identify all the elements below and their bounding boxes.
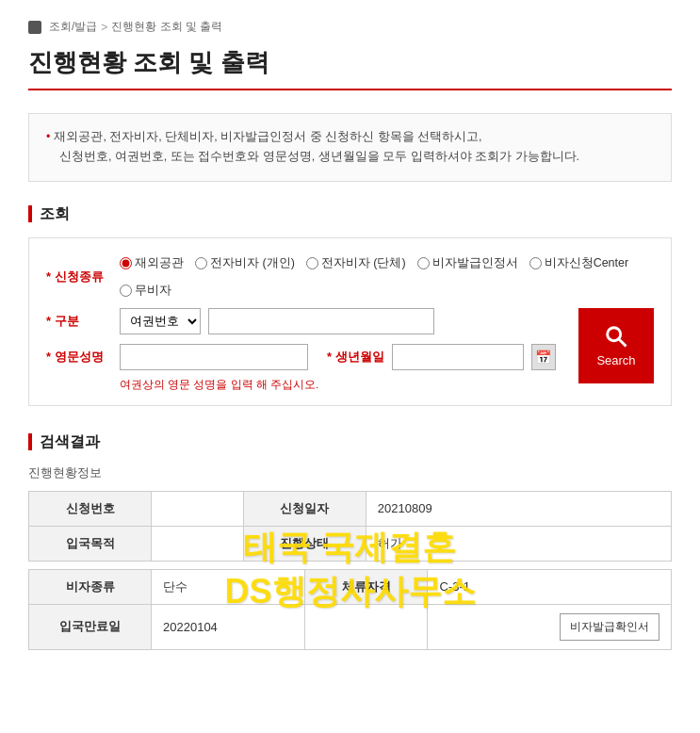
birthdate-label: 생년월일 bbox=[327, 349, 384, 366]
search-button-wrap: Search bbox=[578, 308, 654, 383]
table-row: 비자종류 단수 체류자격 C-3-1 bbox=[29, 569, 672, 604]
search-box: 신청종류 재외공관 전자비자 (개인) 전자비자 (단체) 비자발급인정서 bbox=[28, 237, 672, 406]
table-header-staystatus: 체류자격 bbox=[305, 569, 428, 604]
table-row: 신청번호 신청일자 20210809 bbox=[29, 491, 672, 526]
name-hint: 여권상의 영문 성명을 입력 해 주십시오. bbox=[120, 378, 567, 392]
notice-box: •재외공관, 전자비자, 단체비자, 비자발급인정서 중 신청하신 항목을 선택… bbox=[28, 113, 672, 182]
application-type-options: 재외공관 전자비자 (개인) 전자비자 (단체) 비자발급인정서 비자신청Cen… bbox=[120, 255, 654, 299]
table-cell-appno-val bbox=[152, 491, 244, 526]
table-header-status: 진행상태 bbox=[243, 526, 366, 561]
search-button[interactable]: Search bbox=[578, 308, 654, 383]
name-birthdate-row: 영문성명 생년월일 📅 bbox=[46, 344, 567, 370]
table-cell-staystatus-val: C-3-1 bbox=[428, 569, 672, 604]
radio-visa-cert-input[interactable] bbox=[417, 257, 430, 269]
table-header-expiry: 입국만료일 bbox=[29, 604, 152, 649]
table-cell-entrypurpose-val bbox=[152, 526, 244, 561]
category-row: 구분 여권번호 신청번호 접수번호 bbox=[46, 308, 567, 334]
radio-visa-center[interactable]: 비자신청Center bbox=[529, 255, 629, 271]
calendar-icon[interactable]: 📅 bbox=[531, 344, 556, 370]
section-bar bbox=[28, 205, 32, 222]
application-type-row: 신청종류 재외공관 전자비자 (개인) 전자비자 (단체) 비자발급인정서 bbox=[46, 255, 654, 299]
birthdate-input[interactable] bbox=[392, 344, 524, 370]
radio-evisa-individual-input[interactable] bbox=[195, 257, 207, 269]
svg-line-1 bbox=[619, 339, 627, 347]
radio-no-visa-input[interactable] bbox=[120, 285, 132, 297]
table-header-entrypurpose: 입국목적 bbox=[29, 526, 152, 561]
table-cell-cert-btn-wrap: 비자발급확인서 bbox=[428, 604, 672, 649]
table-row: 입국목적 진행상태 허가 bbox=[29, 526, 672, 561]
radio-visa-center-input[interactable] bbox=[529, 257, 542, 269]
table-header-appno: 신청번호 bbox=[29, 491, 152, 526]
svg-point-0 bbox=[608, 328, 621, 341]
name-input[interactable] bbox=[120, 344, 308, 370]
category-select[interactable]: 여권번호 신청번호 접수번호 bbox=[120, 308, 201, 334]
table-cell-expiry-val: 20220104 bbox=[152, 604, 305, 649]
table-cell-visatype-val: 단수 bbox=[152, 569, 305, 604]
breadcrumb: 조회/발급 > 진행현황 조회 및 출력 bbox=[28, 19, 672, 35]
breadcrumb-separator: > bbox=[101, 21, 107, 34]
table-cell-empty bbox=[305, 604, 428, 649]
category-label: 구분 bbox=[46, 313, 112, 330]
radio-evisa-group[interactable]: 전자비자 (단체) bbox=[306, 255, 406, 271]
radio-evisa-individual[interactable]: 전자비자 (개인) bbox=[195, 255, 295, 271]
breadcrumb-current: 진행현황 조회 및 출력 bbox=[111, 19, 222, 35]
table-header-appdate: 신청일자 bbox=[243, 491, 366, 526]
search-icon bbox=[603, 323, 629, 350]
notice-line1: •재외공관, 전자비자, 단체비자, 비자발급인정서 중 신청하신 항목을 선택… bbox=[46, 127, 654, 147]
results-section: 검색결과 진행현황정보 태국 국제결혼 DS행정사사무소 신청번호 신청일자 2… bbox=[28, 432, 672, 650]
radio-evisa-group-input[interactable] bbox=[306, 257, 318, 269]
notice-line2: 신청번호, 여권번호, 또는 접수번호와 영문성명, 생년월일을 모두 입력하셔… bbox=[46, 147, 654, 167]
application-type-label: 신청종류 bbox=[46, 269, 112, 285]
visa-cert-button[interactable]: 비자발급확인서 bbox=[560, 613, 659, 641]
page-title: 진행현황 조회 및 출력 bbox=[28, 46, 672, 90]
table-header-visatype: 비자종류 bbox=[29, 569, 152, 604]
radio-jaewoe[interactable]: 재외공관 bbox=[120, 255, 184, 271]
category-input[interactable] bbox=[208, 308, 434, 334]
radio-jaewoe-input[interactable] bbox=[120, 257, 132, 269]
table-cell-status-val: 허가 bbox=[366, 526, 671, 561]
table-row: 입국만료일 20220104 비자발급확인서 bbox=[29, 604, 672, 649]
breadcrumb-root: 조회/발급 bbox=[49, 19, 97, 35]
radio-no-visa[interactable]: 무비자 bbox=[120, 283, 171, 299]
search-section-title: 조회 bbox=[28, 204, 672, 224]
result-table-lower: 비자종류 단수 체류자격 C-3-1 입국만료일 20220104 비자발급확인… bbox=[28, 569, 672, 650]
results-sub-label: 진행현황정보 bbox=[28, 465, 672, 481]
table-cell-appdate-val: 20210809 bbox=[366, 491, 671, 526]
results-wrapper: 태국 국제결혼 DS행정사사무소 신청번호 신청일자 20210809 입국목적 bbox=[28, 491, 672, 650]
home-icon bbox=[28, 21, 41, 34]
name-label: 영문성명 bbox=[46, 349, 112, 366]
radio-visa-cert[interactable]: 비자발급인정서 bbox=[417, 255, 518, 271]
results-section-title: 검색결과 bbox=[28, 432, 672, 452]
results-section-bar bbox=[28, 433, 32, 450]
result-table: 신청번호 신청일자 20210809 입국목적 진행상태 허가 bbox=[28, 491, 672, 562]
